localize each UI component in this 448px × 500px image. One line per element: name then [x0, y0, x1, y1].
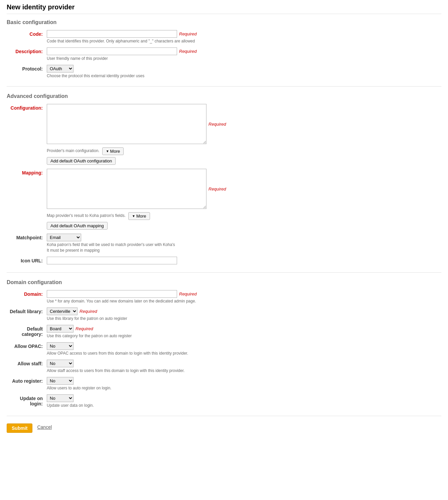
form-actions: Submit Cancel	[7, 416, 441, 433]
protocol-select[interactable]: OAuth OIDC	[47, 65, 73, 73]
submit-button[interactable]: Submit	[7, 423, 32, 433]
allow-opac-select[interactable]: No Yes	[47, 342, 73, 350]
update-on-login-label: Update onlogin:	[7, 394, 47, 406]
default-category-required: Required	[76, 326, 93, 331]
domain-configuration-section: Domain configuration Domain: Required Us…	[7, 272, 441, 408]
configuration-required: Required	[208, 122, 226, 127]
matchpoint-help2: It must be present in mapping	[47, 248, 247, 253]
icon-url-input[interactable]	[47, 257, 177, 264]
icon-url-label: Icon URL:	[7, 257, 47, 263]
code-row: Code: Required Code that identifies this…	[7, 30, 441, 43]
mapping-textarea[interactable]	[47, 169, 206, 209]
domain-required: Required	[179, 291, 197, 296]
code-content: Required Code that identifies this provi…	[47, 30, 247, 43]
description-row: Description: Required User friendly name…	[7, 47, 441, 61]
configuration-help: Provider's main configuration.	[47, 148, 100, 153]
default-library-content: Centerville Required Use this library fo…	[47, 307, 247, 321]
matchpoint-select[interactable]: Email Userid Cardnumber	[47, 234, 81, 241]
configuration-label: Configuration:	[7, 104, 47, 111]
code-required: Required	[179, 31, 197, 36]
allow-opac-help: Allow OPAC access to users from this dom…	[47, 351, 247, 356]
basic-configuration-heading: Basic configuration	[7, 19, 441, 25]
protocol-content: OAuth OIDC Choose the protocol this exte…	[47, 65, 247, 78]
icon-url-row: Icon URL:	[7, 257, 441, 264]
configuration-row: Configuration: Required Provider's main …	[7, 104, 441, 165]
mapping-more-button[interactable]: ▼ More	[128, 212, 150, 220]
mapping-content: Required Map provider's result to Koha p…	[47, 169, 247, 230]
default-library-label: Default library:	[7, 307, 47, 314]
code-label: Code:	[7, 30, 47, 37]
domain-row: Domain: Required Use * for any domain. Y…	[7, 290, 441, 303]
configuration-more-arrow: ▼	[106, 149, 109, 153]
add-default-oauth-mapping-button[interactable]: Add default OAuth mapping	[47, 222, 108, 230]
description-required: Required	[179, 49, 197, 54]
default-category-help: Use this category for the patron on auto…	[47, 334, 247, 338]
code-help: Code that identifies this provider. Only…	[47, 39, 247, 43]
configuration-content: Required Provider's main configuration. …	[47, 104, 247, 165]
auto-register-row: Auto register: No Yes Allow users to aut…	[7, 377, 441, 390]
description-help: User friendly name of this provider	[47, 56, 247, 61]
auto-register-select[interactable]: No Yes	[47, 377, 73, 385]
matchpoint-label: Matchpoint:	[7, 234, 47, 240]
description-input[interactable]	[47, 47, 177, 55]
page-title: New identity provider	[7, 3, 441, 14]
configuration-more-label: More	[110, 149, 120, 154]
protocol-row: Protocol: OAuth OIDC Choose the protocol…	[7, 65, 441, 78]
advanced-configuration-heading: Advanced configuration	[7, 93, 441, 99]
mapping-help: Map provider's result to Koha patron's f…	[47, 213, 126, 218]
mapping-more-arrow: ▼	[132, 214, 135, 218]
cancel-button[interactable]: Cancel	[35, 423, 54, 431]
description-label: Description:	[7, 47, 47, 54]
matchpoint-content: Email Userid Cardnumber Koha patron's fi…	[47, 234, 247, 253]
allow-opac-label: Allow OPAC:	[7, 342, 47, 349]
description-content: Required User friendly name of this prov…	[47, 47, 247, 61]
default-library-help: Use this library for the patron on auto …	[47, 316, 247, 321]
domain-help: Use * for any domain. You can add new do…	[47, 299, 247, 303]
allow-staff-label: Allow staff:	[7, 360, 47, 366]
advanced-configuration-section: Advanced configuration Configuration: Re…	[7, 86, 441, 264]
protocol-help: Choose the protocol this external identi…	[47, 74, 247, 78]
configuration-textarea[interactable]	[47, 104, 206, 144]
default-category-content: Board Required Use this category for the…	[47, 325, 247, 338]
default-category-label: Default category:	[7, 325, 47, 337]
matchpoint-help1: Koha patron's field that will be used to…	[47, 242, 247, 247]
default-category-select[interactable]: Board	[47, 325, 73, 333]
mapping-row: Mapping: Required Map provider's result …	[7, 169, 441, 230]
allow-staff-content: No Yes Allow staff access to users from …	[47, 360, 247, 373]
auto-register-label: Auto register:	[7, 377, 47, 384]
mapping-label: Mapping:	[7, 169, 47, 175]
allow-staff-row: Allow staff: No Yes Allow staff access t…	[7, 360, 441, 373]
allow-opac-row: Allow OPAC: No Yes Allow OPAC access to …	[7, 342, 441, 356]
icon-url-content	[47, 257, 247, 264]
update-on-login-help: Update user data on login.	[47, 403, 247, 408]
domain-input[interactable]	[47, 290, 177, 298]
code-input[interactable]	[47, 30, 177, 38]
default-library-row: Default library: Centerville Required Us…	[7, 307, 441, 321]
add-default-oauth-configuration-button[interactable]: Add default OAuth configuration	[47, 157, 116, 165]
domain-content: Required Use * for any domain. You can a…	[47, 290, 247, 303]
update-on-login-content: No Yes Update user data on login.	[47, 394, 247, 408]
domain-label: Domain:	[7, 290, 47, 297]
default-library-select[interactable]: Centerville	[47, 307, 78, 315]
allow-staff-help: Allow staff access to users from this do…	[47, 368, 247, 373]
mapping-required: Required	[208, 186, 226, 192]
domain-configuration-heading: Domain configuration	[7, 279, 441, 285]
mapping-more-label: More	[136, 214, 146, 219]
update-on-login-row: Update onlogin: No Yes Update user data …	[7, 394, 441, 408]
matchpoint-row: Matchpoint: Email Userid Cardnumber Koha…	[7, 234, 441, 253]
protocol-label: Protocol:	[7, 65, 47, 72]
update-on-login-select[interactable]: No Yes	[47, 394, 73, 402]
allow-staff-select[interactable]: No Yes	[47, 360, 73, 367]
auto-register-help: Allow users to auto register on login.	[47, 386, 247, 390]
allow-opac-content: No Yes Allow OPAC access to users from t…	[47, 342, 247, 356]
default-category-row: Default category: Board Required Use thi…	[7, 325, 441, 338]
configuration-more-button[interactable]: ▼ More	[102, 147, 124, 155]
basic-configuration-section: Basic configuration Code: Required Code …	[7, 19, 441, 78]
auto-register-content: No Yes Allow users to auto register on l…	[47, 377, 247, 390]
default-library-required: Required	[80, 309, 97, 314]
